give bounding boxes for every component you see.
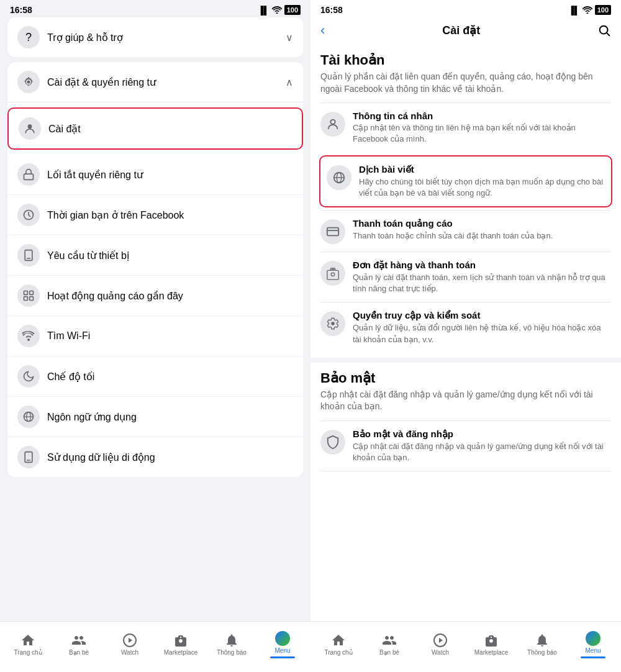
hoat-dong-label: Hoạt động quảng cáo gần đây	[47, 290, 183, 302]
che-do-label: Chế độ tối	[47, 371, 94, 383]
tai-khoan-desc: Quản lý phần cài đặt liên quan đến quyền…	[320, 71, 611, 95]
thong-tin-desc: Cập nhật tên và thông tin liên hệ mà bạn…	[353, 122, 611, 145]
ngon-ngu-label: Ngôn ngữ ứng dụng	[47, 411, 137, 423]
thoi-gian-item[interactable]: Thời gian bạn ở trên Facebook	[7, 195, 303, 235]
settings-chevron: ∧	[286, 76, 293, 88]
right-time: 16:58	[320, 5, 343, 15]
left-nav-friends[interactable]: Bạn bè	[53, 629, 104, 660]
loi-tat-item[interactable]: Lối tắt quyền riêng tư	[7, 155, 303, 195]
bao-mat-dang-nhap-item[interactable]: Bảo mật và đăng nhập Cập nhật cài đặt đă…	[320, 420, 611, 471]
left-status-icons: ▐▌ 100	[258, 5, 301, 15]
thanh-toan-item[interactable]: Thanh toán quảng cáo Thanh toán hoặc chỉ…	[320, 210, 611, 252]
right-nav-notifications[interactable]: Thông báo	[517, 629, 568, 660]
loi-tat-label: Lối tắt quyền riêng tư	[47, 169, 143, 181]
right-status-icons: ▐▌ 100	[568, 5, 611, 15]
right-nav-menu-label: Menu	[585, 647, 601, 654]
quyen-truy-cap-desc: Quản lý dữ liệu, sửa đổi người liên hệ t…	[353, 322, 611, 345]
dich-bai-viet-highlighted[interactable]: Dịch bài viết Hãy cho chúng tôi biết tùy…	[319, 155, 612, 207]
thong-tin-item[interactable]: Thông tin cá nhân Cập nhật tên và thông …	[320, 102, 611, 152]
tai-khoan-title: Tài khoản	[320, 52, 611, 68]
ngon-ngu-item[interactable]: Ngôn ngữ ứng dụng	[7, 397, 303, 437]
back-button[interactable]: ‹	[320, 22, 325, 39]
cai-dat-label: Cài đặt	[48, 123, 81, 135]
settings-group-label: Cài đặt & quyền riêng tư	[47, 76, 156, 88]
left-nav-notifications-label: Thông báo	[217, 649, 247, 656]
right-nav-active-bar	[581, 656, 605, 658]
quyen-truy-cap-icon	[320, 311, 345, 336]
section-divider	[310, 358, 621, 363]
left-content: ? Trợ giúp & hỗ trợ ∨ Cài đặt & quyền ri…	[0, 17, 310, 621]
svg-marker-15	[129, 638, 132, 643]
wifi-label: Tìm Wi-Fi	[47, 330, 90, 342]
bao-mat-desc: Cập nhật cài đặt đăng nhập và quản lý ga…	[320, 389, 611, 413]
left-nav-active-bar	[270, 656, 295, 658]
settings-group: Cài đặt & quyền riêng tư ∧ Cài đặt Lối	[7, 62, 303, 477]
left-status-bar: 16:58 ▐▌ 100	[0, 0, 310, 17]
thong-tin-title: Thông tin cá nhân	[353, 111, 611, 121]
du-lieu-item[interactable]: Sử dụng dữ liệu di động	[7, 437, 303, 477]
don-dat-hang-icon	[320, 261, 345, 286]
hoat-dong-item[interactable]: Hoạt động quảng cáo gần đây	[7, 276, 303, 316]
quyen-truy-cap-item[interactable]: Quyền truy cập và kiểm soát Quản lý dữ l…	[320, 302, 611, 352]
left-panel: 16:58 ▐▌ 100 ? Trợ giúp & hỗ trợ ∨	[0, 0, 310, 672]
help-chevron: ∨	[286, 32, 293, 43]
du-lieu-label: Sử dụng dữ liệu di động	[47, 452, 155, 463]
help-label: Trợ giúp & hỗ trợ	[47, 32, 123, 43]
bao-mat-dang-nhap-icon	[320, 430, 345, 455]
left-nav-home[interactable]: Trang chủ	[2, 629, 53, 660]
help-section-item[interactable]: ? Trợ giúp & hỗ trợ ∨	[7, 17, 303, 57]
right-panel: 16:58 ▐▌ 100 ‹ Cài đặt Tài khoản Quản lý…	[310, 0, 621, 672]
quyen-truy-cap-title: Quyền truy cập và kiểm soát	[353, 310, 611, 321]
svg-rect-22	[327, 228, 338, 236]
right-nav-marketplace[interactable]: Marketplace	[466, 629, 517, 660]
bao-mat-dang-nhap-title: Bảo mật và đăng nhập	[353, 429, 611, 440]
svg-rect-1	[24, 174, 34, 179]
svg-point-0	[28, 124, 32, 129]
svg-line-17	[607, 33, 609, 35]
wifi-item[interactable]: Tìm Wi-Fi	[7, 316, 303, 356]
right-nav-friends[interactable]: Bạn bè	[364, 629, 415, 660]
che-do-item[interactable]: Chế độ tối	[7, 356, 303, 397]
right-nav-home[interactable]: Trang chủ	[313, 629, 364, 660]
right-battery: 100	[595, 5, 611, 15]
dich-bai-viet-item[interactable]: Dịch bài viết Hãy cho chúng tôi biết tùy…	[327, 161, 605, 201]
right-nav-watch[interactable]: Watch	[415, 629, 466, 660]
left-nav-watch[interactable]: Watch	[104, 629, 155, 660]
dich-bai-viet-icon	[327, 165, 351, 190]
left-nav-menu-label: Menu	[274, 647, 290, 654]
left-nav-menu-avatar	[275, 631, 290, 646]
loi-tat-icon	[17, 163, 40, 186]
left-nav-menu[interactable]: Menu	[257, 627, 308, 662]
svg-point-18	[330, 120, 335, 124]
yeu-cau-item[interactable]: Yêu cầu từ thiết bị	[7, 235, 303, 276]
right-content: Tài khoản Quản lý phần cài đặt liên quan…	[310, 45, 621, 621]
right-nav-menu[interactable]: Menu	[568, 627, 619, 662]
right-page-title: Cài đặt	[442, 24, 480, 37]
right-signal-icon: ▐▌	[568, 6, 579, 15]
signal-icon: ▐▌	[258, 6, 269, 15]
svg-rect-3	[25, 250, 32, 261]
cai-dat-item[interactable]: Cài đặt	[9, 109, 302, 148]
search-button[interactable]	[597, 24, 611, 37]
svg-rect-5	[24, 291, 28, 295]
left-nav-watch-label: Watch	[121, 649, 138, 656]
right-nav-home-label: Trang chủ	[324, 649, 352, 656]
cai-dat-highlighted[interactable]: Cài đặt	[7, 107, 303, 150]
help-icon: ?	[17, 26, 40, 48]
don-dat-hang-item[interactable]: Đơn đặt hàng và thanh toán Quản lý cài đ…	[320, 252, 611, 302]
settings-group-icon	[17, 71, 40, 93]
svg-rect-8	[30, 297, 34, 301]
che-do-icon	[17, 365, 40, 388]
right-wifi-icon	[582, 6, 592, 14]
left-nav-marketplace-label: Marketplace	[164, 649, 197, 656]
settings-group-header[interactable]: Cài đặt & quyền riêng tư ∧	[7, 62, 303, 102]
wifi-icon	[272, 6, 282, 14]
bao-mat-dang-nhap-desc: Cập nhật cài đặt đăng nhập và quản lý ga…	[353, 441, 611, 463]
thoi-gian-label: Thời gian bạn ở trên Facebook	[47, 209, 184, 221]
left-bottom-nav: Trang chủ Bạn bè Watch Marketplace Thông…	[0, 621, 310, 672]
left-nav-notifications[interactable]: Thông báo	[206, 629, 257, 660]
dich-bai-viet-desc: Hãy cho chúng tôi biết tùy chọn dịch mà …	[359, 176, 605, 199]
cai-dat-icon	[19, 117, 41, 140]
left-nav-marketplace[interactable]: Marketplace	[155, 629, 206, 660]
left-nav-friends-label: Bạn bè	[69, 649, 89, 656]
